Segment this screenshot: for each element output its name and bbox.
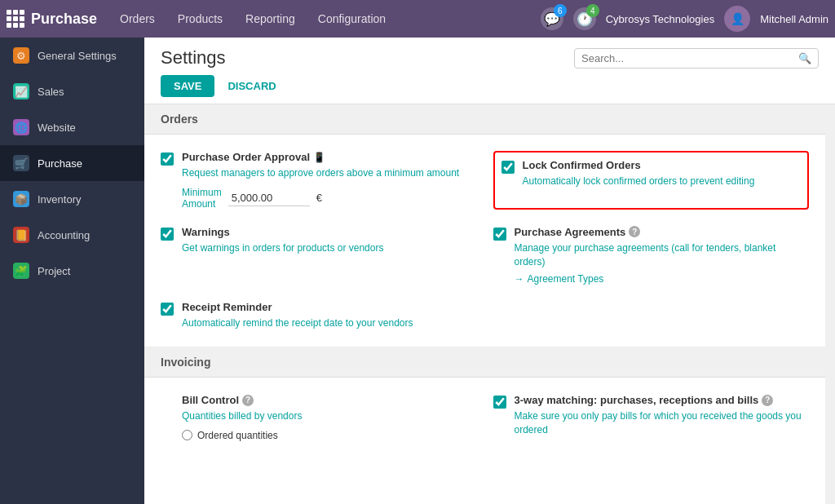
sidebar-label-inventory: Inventory — [38, 193, 81, 206]
purchase-order-approval-item: Purchase Order Approval 📱 Request manage… — [161, 151, 477, 210]
purchase-agreements-checkbox[interactable] — [493, 228, 506, 241]
purchase-icon: 🛒 — [13, 155, 29, 171]
purchase-order-approval-checkbox[interactable] — [161, 153, 174, 166]
sidebar-item-accounting[interactable]: 📒 Accounting — [0, 217, 144, 253]
three-way-matching-item: 3-way matching: purchases, receptions an… — [493, 394, 810, 444]
user-name: Mitchell Admin — [760, 13, 828, 25]
sidebar-item-project[interactable]: 🧩 Project — [0, 253, 144, 289]
avatar[interactable]: 👤 — [724, 6, 750, 32]
purchase-order-approval-title: Purchase Order Approval 📱 — [182, 151, 459, 163]
company-name: Cybrosys Technologies — [606, 13, 714, 25]
search-input[interactable] — [581, 52, 798, 64]
settings-main: Orders Purchase Order Approval 📱 Request… — [144, 104, 825, 504]
chat-count: 6 — [554, 4, 567, 17]
bill-control-info: Bill Control ? Quantities billed by vend… — [182, 394, 302, 444]
clock-count: 4 — [586, 4, 599, 17]
lock-confirmed-orders-title: Lock Confirmed Orders — [523, 159, 755, 171]
grid-icon — [7, 10, 24, 28]
nav-reporting[interactable]: Reporting — [236, 7, 305, 30]
lock-confirmed-orders-desc: Automatically lock confirmed orders to p… — [523, 175, 755, 188]
three-way-matching-title: 3-way matching: purchases, receptions an… — [515, 394, 810, 406]
sidebar-label-general-settings: General Settings — [38, 50, 117, 62]
nav-configuration[interactable]: Configuration — [308, 7, 395, 30]
warnings-item: Warnings Get warnings in orders for prod… — [161, 226, 477, 285]
sidebar-item-inventory[interactable]: 📦 Inventory — [0, 181, 144, 217]
warnings-info: Warnings Get warnings in orders for prod… — [182, 226, 383, 255]
invoicing-section-body: Bill Control ? Quantities billed by vend… — [144, 378, 825, 461]
settings-content: Orders Purchase Order Approval 📱 Request… — [144, 104, 835, 504]
sidebar-label-accounting: Accounting — [38, 229, 90, 241]
sidebar: ⚙ General Settings 📈 Sales 🌐 Website 🛒 P… — [0, 38, 144, 504]
nav-right: 💬 6 🕐 4 Cybrosys Technologies 👤 Mitchell… — [541, 6, 828, 32]
warnings-desc: Get warnings in orders for products or v… — [182, 241, 383, 255]
bill-control-desc: Quantities billed by vendors — [182, 409, 302, 423]
three-way-matching-desc: Make sure you only pay bills for which y… — [515, 409, 810, 437]
purchase-agreements-item: Purchase Agreements ? Manage your purcha… — [493, 226, 810, 285]
warnings-checkbox[interactable] — [161, 228, 174, 241]
general-settings-icon: ⚙ — [13, 47, 29, 64]
warnings-title: Warnings — [182, 226, 383, 238]
app-name: Purchase — [31, 11, 97, 28]
discard-button[interactable]: DISCARD — [221, 75, 282, 97]
ordered-quantities-option[interactable]: Ordered quantities — [182, 430, 302, 441]
project-icon: 🧩 — [13, 263, 29, 279]
receipt-reminder-desc: Automatically remind the receipt date to… — [182, 316, 413, 330]
agreement-types-link[interactable]: Agreement Types — [515, 273, 810, 285]
purchase-agreements-desc: Manage your purchase agreements (call fo… — [515, 241, 810, 269]
receipt-reminder-info: Receipt Reminder Automatically remind th… — [182, 301, 413, 330]
purchase-order-approval-info: Purchase Order Approval 📱 Request manage… — [182, 151, 459, 210]
ordered-quantities-radio[interactable] — [182, 430, 192, 440]
nav-products[interactable]: Products — [168, 7, 232, 30]
sidebar-label-project: Project — [38, 265, 70, 277]
search-box[interactable]: 🔍 — [574, 48, 819, 69]
page-title: Settings — [161, 47, 226, 69]
page-header-top: Settings 🔍 — [161, 47, 819, 69]
sidebar-label-sales: Sales — [38, 86, 64, 98]
minimum-amount-row: MinimumAmount € — [182, 187, 459, 210]
scrollbar[interactable] — [825, 104, 835, 504]
orders-section-header: Orders — [144, 104, 825, 135]
save-button[interactable]: SAVE — [161, 75, 214, 97]
three-way-matching-info: 3-way matching: purchases, receptions an… — [515, 394, 810, 437]
content-area: Settings 🔍 SAVE DISCARD Orders — [144, 38, 835, 504]
sidebar-item-general-settings[interactable]: ⚙ General Settings — [0, 38, 144, 73]
purchase-agreements-help-icon[interactable]: ? — [629, 226, 640, 237]
main-layout: ⚙ General Settings 📈 Sales 🌐 Website 🛒 P… — [0, 38, 835, 504]
purchase-order-approval-desc: Request managers to approve orders above… — [182, 166, 459, 180]
purchase-agreements-title: Purchase Agreements ? — [515, 226, 810, 238]
bill-control-item: Bill Control ? Quantities billed by vend… — [161, 394, 477, 444]
bill-control-radio-group: Ordered quantities — [182, 430, 302, 441]
lock-confirmed-orders-checkbox[interactable] — [501, 161, 515, 174]
inventory-icon: 📦 — [13, 191, 29, 207]
nav-orders[interactable]: Orders — [110, 7, 165, 30]
website-icon: 🌐 — [13, 119, 29, 135]
sales-icon: 📈 — [13, 83, 29, 99]
amount-label: MinimumAmount — [182, 187, 222, 210]
amount-input[interactable] — [228, 190, 310, 206]
receipt-reminder-item: Receipt Reminder Automatically remind th… — [161, 301, 477, 330]
app-logo[interactable]: Purchase — [7, 10, 97, 28]
nav-links: Orders Products Reporting Configuration — [110, 7, 541, 30]
page-actions: SAVE DISCARD — [161, 75, 819, 97]
bill-control-title: Bill Control ? — [182, 394, 302, 406]
invoicing-section-header: Invoicing — [144, 347, 825, 378]
orders-section-body: Purchase Order Approval 📱 Request manage… — [144, 135, 825, 347]
three-way-matching-checkbox[interactable] — [493, 396, 506, 409]
lock-confirmed-orders-highlight: Lock Confirmed Orders Automatically lock… — [493, 151, 810, 210]
sidebar-label-website: Website — [38, 122, 76, 134]
clock-badge[interactable]: 🕐 4 — [573, 7, 596, 30]
chat-badge[interactable]: 💬 6 — [541, 7, 563, 30]
sidebar-item-sales[interactable]: 📈 Sales — [0, 73, 144, 109]
currency-symbol: € — [316, 192, 322, 204]
sidebar-item-website[interactable]: 🌐 Website — [0, 109, 144, 145]
search-icon[interactable]: 🔍 — [798, 52, 811, 64]
receipt-reminder-title: Receipt Reminder — [182, 301, 413, 313]
three-way-matching-help-icon[interactable]: ? — [762, 395, 773, 406]
lock-confirmed-orders-item: Lock Confirmed Orders Automatically lock… — [501, 159, 802, 188]
accounting-icon: 📒 — [13, 227, 29, 243]
receipt-reminder-checkbox[interactable] — [161, 303, 174, 316]
top-navigation: Purchase Orders Products Reporting Confi… — [0, 0, 835, 38]
bill-control-help-icon[interactable]: ? — [242, 395, 254, 406]
lock-confirmed-orders-info: Lock Confirmed Orders Automatically lock… — [523, 159, 755, 188]
sidebar-item-purchase[interactable]: 🛒 Purchase — [0, 145, 144, 181]
